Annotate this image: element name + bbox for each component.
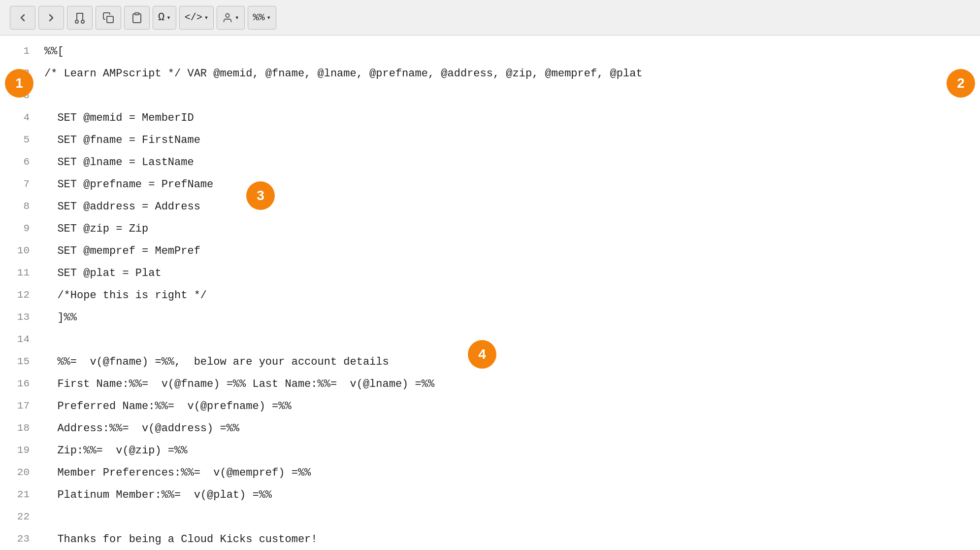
percent-dropdown[interactable]: %% ▾ [248, 6, 276, 30]
line-num-3: 3 [0, 85, 39, 101]
line-num-12: 12 [0, 284, 39, 301]
toolbar: Ω ▾ </> ▾ ▾ %% ▾ [0, 0, 980, 35]
line-content-1: %%[ [39, 40, 980, 63]
line-content-3 [39, 85, 980, 107]
forward-button[interactable] [38, 6, 64, 30]
code-line-12: 12 /*Hope this is right */ [0, 284, 980, 307]
line-content-12: /*Hope this is right */ [39, 284, 980, 307]
line-num-4: 4 [0, 107, 39, 123]
code-line-1: 1 %%[ [0, 40, 980, 63]
code-line-19: 19 Zip:%%= v(@zip) =%% [0, 440, 980, 462]
line-num-11: 11 [0, 262, 39, 278]
line-num-23: 23 [0, 528, 39, 545]
line-num-22: 22 [0, 506, 39, 522]
cut-button[interactable] [67, 6, 93, 30]
line-num-15: 15 [0, 351, 39, 367]
line-num-1: 1 [0, 40, 39, 57]
line-content-2: /* Learn AMPscript */ VAR @memid, @fname… [39, 63, 980, 85]
code-line-2: 2 /* Learn AMPscript */ VAR @memid, @fna… [0, 63, 980, 85]
code-line-13: 13 ]%% [0, 307, 980, 329]
code-line-9: 9 SET @zip = Zip [0, 218, 980, 240]
copy-button[interactable] [96, 6, 121, 30]
line-content-17: Preferred Name:%%= v(@prefname) =%% [39, 395, 980, 417]
line-num-19: 19 [0, 440, 39, 456]
code-line-15: 15 %%= v(@fname) =%%, below are your acc… [0, 351, 980, 373]
user-dropdown[interactable]: ▾ [217, 6, 244, 30]
code-line-14: 14 [0, 329, 980, 351]
line-content-22 [39, 506, 980, 528]
code-line-7: 7 SET @prefname = PrefName [0, 173, 980, 196]
line-content-23: Thanks for being a Cloud Kicks customer! [39, 528, 980, 550]
line-num-18: 18 [0, 417, 39, 434]
code-line-10: 10 SET @mempref = MemPref [0, 240, 980, 262]
line-content-7: SET @prefname = PrefName [39, 173, 980, 196]
line-content-5: SET @fname = FirstName [39, 129, 980, 151]
line-num-6: 6 [0, 151, 39, 168]
line-num-13: 13 [0, 307, 39, 323]
back-button[interactable] [10, 6, 35, 30]
svg-rect-6 [135, 13, 139, 15]
line-content-20: Member Preferences:%%= v(@mempref) =%% [39, 462, 980, 484]
user-icon [222, 12, 233, 23]
code-line-5: 5 SET @fname = FirstName [0, 129, 980, 151]
code-line-11: 11 SET @plat = Plat [0, 262, 980, 284]
line-num-10: 10 [0, 240, 39, 256]
code-line-8: 8 SET @address = Address [0, 196, 980, 218]
line-num-17: 17 [0, 395, 39, 412]
line-num-7: 7 [0, 173, 39, 190]
code-line-21: 21 Platinum Member:%%= v(@plat) =%% [0, 484, 980, 506]
percent-label: %% [253, 12, 265, 23]
line-num-8: 8 [0, 196, 39, 212]
line-num-21: 21 [0, 484, 39, 500]
line-content-21: Platinum Member:%%= v(@plat) =%% [39, 484, 980, 506]
line-num-20: 20 [0, 462, 39, 478]
code-line-4: 4 SET @memid = MemberID [0, 107, 980, 129]
line-content-11: SET @plat = Plat [39, 262, 980, 284]
svg-rect-5 [107, 16, 113, 23]
line-content-15: %%= v(@fname) =%%, below are your accoun… [39, 351, 980, 373]
code-line-22: 22 [0, 506, 980, 528]
code-line-17: 17 Preferred Name:%%= v(@prefname) =%% [0, 395, 980, 417]
code-lines-container: 1 %%[ 2 /* Learn AMPscript */ VAR @memid… [0, 40, 980, 550]
line-content-18: Address:%%= v(@address) =%% [39, 417, 980, 440]
omega-dropdown[interactable]: Ω ▾ [153, 6, 176, 30]
omega-icon: Ω [158, 11, 164, 24]
code-line-6: 6 SET @lname = LastName [0, 151, 980, 173]
line-content-4: SET @memid = MemberID [39, 107, 980, 129]
code-line-3: 3 [0, 85, 980, 107]
omega-chevron: ▾ [166, 13, 170, 22]
line-content-8: SET @address = Address [39, 196, 980, 218]
percent-chevron: ▾ [267, 13, 271, 22]
line-num-14: 14 [0, 329, 39, 345]
line-num-9: 9 [0, 218, 39, 234]
code-icon: </> [185, 12, 202, 23]
code-line-18: 18 Address:%%= v(@address) =%% [0, 417, 980, 440]
line-content-19: Zip:%%= v(@zip) =%% [39, 440, 980, 462]
user-chevron: ▾ [235, 13, 239, 22]
code-line-23: 23 Thanks for being a Cloud Kicks custom… [0, 528, 980, 550]
line-num-5: 5 [0, 129, 39, 145]
line-content-9: SET @zip = Zip [39, 218, 980, 240]
svg-point-7 [226, 13, 229, 17]
code-chevron: ▾ [204, 13, 208, 22]
paste-button[interactable] [124, 6, 150, 30]
line-num-16: 16 [0, 373, 39, 389]
code-dropdown[interactable]: </> ▾ [179, 6, 214, 30]
line-content-14 [39, 329, 980, 351]
code-line-20: 20 Member Preferences:%%= v(@mempref) =%… [0, 462, 980, 484]
line-content-6: SET @lname = LastName [39, 151, 980, 173]
code-editor: 1 2 3 4 1 %%[ 2 /* Learn AMPscript */ VA… [0, 35, 980, 550]
line-content-13: ]%% [39, 307, 980, 329]
line-content-10: SET @mempref = MemPref [39, 240, 980, 262]
line-num-2: 2 [0, 63, 39, 79]
code-line-16: 16 First Name:%%= v(@fname) =%% Last Nam… [0, 373, 980, 395]
line-content-16: First Name:%%= v(@fname) =%% Last Name:%… [39, 373, 980, 395]
